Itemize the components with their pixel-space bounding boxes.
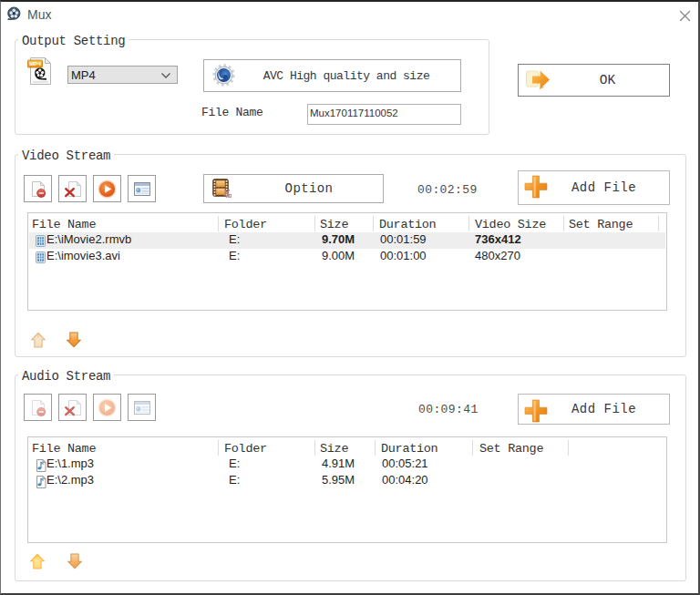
svg-text:MP4: MP4 — [29, 60, 41, 67]
